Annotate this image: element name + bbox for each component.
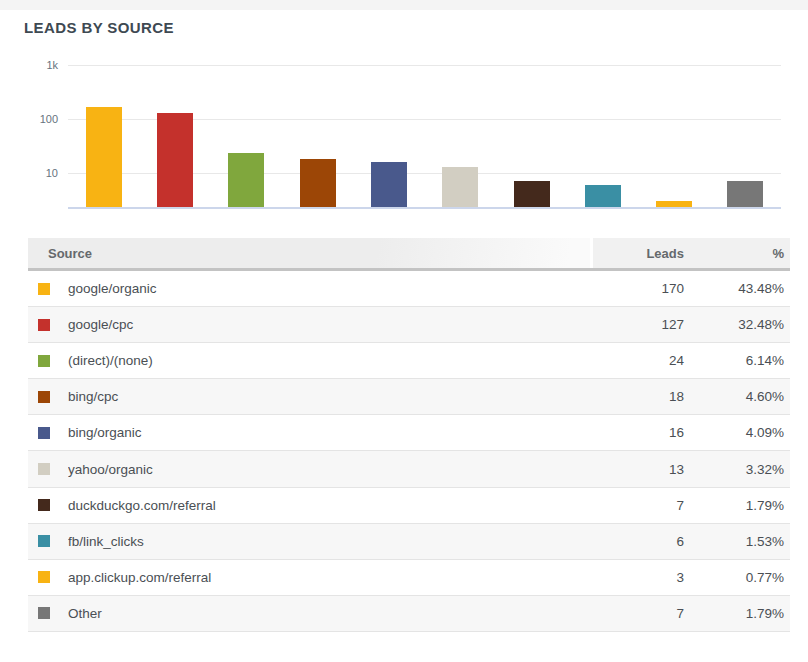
bar-yahoo-organic[interactable] bbox=[442, 167, 478, 207]
cell-percent: 1.79% bbox=[684, 606, 784, 621]
cell-source: bing/cpc bbox=[68, 389, 594, 404]
y-axis-label-1k: 1k bbox=[0, 59, 58, 71]
bar-google-organic[interactable] bbox=[86, 107, 122, 207]
cell-leads: 13 bbox=[594, 462, 684, 477]
cell-source: google/cpc bbox=[68, 317, 594, 332]
column-header-percent: % bbox=[684, 246, 784, 261]
gridline-1k bbox=[68, 65, 781, 66]
y-axis-label-10: 10 bbox=[0, 167, 58, 179]
table-row-bing-organic: bing/organic164.09% bbox=[28, 415, 790, 451]
leads-by-source-table: Source Leads % google/organic17043.48%go… bbox=[28, 238, 790, 632]
x-axis-line bbox=[68, 207, 781, 209]
legend-swatch-google-organic bbox=[38, 283, 50, 295]
bar-bing-organic[interactable] bbox=[371, 162, 407, 207]
legend-swatch-fb-link-clicks bbox=[38, 535, 50, 547]
leads-by-source-chart: 1k10010 bbox=[0, 0, 808, 225]
cell-leads: 18 bbox=[594, 389, 684, 404]
y-axis-label-100: 100 bbox=[0, 113, 58, 125]
cell-leads: 6 bbox=[594, 534, 684, 549]
legend-swatch-direct-none bbox=[38, 355, 50, 367]
cell-percent: 0.77% bbox=[684, 570, 784, 585]
cell-percent: 43.48% bbox=[684, 281, 784, 296]
column-header-source: Source bbox=[28, 238, 590, 268]
table-row-other: Other71.79% bbox=[28, 596, 790, 632]
legend-swatch-bing-cpc bbox=[38, 391, 50, 403]
cell-leads: 127 bbox=[594, 317, 684, 332]
table-header-row: Source Leads % bbox=[28, 238, 790, 271]
bar-duckduckgo-com-referral[interactable] bbox=[514, 181, 550, 207]
table-row-fb-link-clicks: fb/link_clicks61.53% bbox=[28, 524, 790, 560]
legend-swatch-yahoo-organic bbox=[38, 463, 50, 475]
cell-percent: 4.09% bbox=[684, 425, 784, 440]
table-row-direct-none: (direct)/(none)246.14% bbox=[28, 343, 790, 379]
cell-leads: 7 bbox=[594, 606, 684, 621]
table-body: google/organic17043.48%google/cpc12732.4… bbox=[28, 271, 790, 632]
bar-direct-none[interactable] bbox=[228, 153, 264, 208]
cell-source: fb/link_clicks bbox=[68, 534, 594, 549]
cell-leads: 7 bbox=[594, 498, 684, 513]
bar-other[interactable] bbox=[727, 181, 763, 207]
cell-leads: 170 bbox=[594, 281, 684, 296]
cell-source: duckduckgo.com/referral bbox=[68, 498, 594, 513]
bar-bing-cpc[interactable] bbox=[300, 159, 336, 207]
table-row-google-cpc: google/cpc12732.48% bbox=[28, 307, 790, 343]
cell-percent: 6.14% bbox=[684, 353, 784, 368]
legend-swatch-google-cpc bbox=[38, 319, 50, 331]
column-header-metrics: Leads % bbox=[593, 238, 790, 268]
cell-leads: 24 bbox=[594, 353, 684, 368]
table-row-google-organic: google/organic17043.48% bbox=[28, 271, 790, 307]
cell-leads: 3 bbox=[594, 570, 684, 585]
bar-app-clickup-com-referral[interactable] bbox=[656, 201, 692, 207]
cell-source: google/organic bbox=[68, 281, 594, 296]
cell-percent: 1.53% bbox=[684, 534, 784, 549]
column-header-leads: Leads bbox=[593, 246, 684, 261]
table-row-yahoo-organic: yahoo/organic133.32% bbox=[28, 451, 790, 487]
cell-source: Other bbox=[68, 606, 594, 621]
legend-swatch-duckduckgo-com-referral bbox=[38, 499, 50, 511]
cell-source: (direct)/(none) bbox=[68, 353, 594, 368]
cell-leads: 16 bbox=[594, 425, 684, 440]
bar-google-cpc[interactable] bbox=[157, 113, 193, 207]
cell-percent: 3.32% bbox=[684, 462, 784, 477]
cell-source: yahoo/organic bbox=[68, 462, 594, 477]
legend-swatch-other bbox=[38, 607, 50, 619]
table-row-duckduckgo-com-referral: duckduckgo.com/referral71.79% bbox=[28, 488, 790, 524]
legend-swatch-bing-organic bbox=[38, 427, 50, 439]
cell-source: bing/organic bbox=[68, 425, 594, 440]
legend-swatch-app-clickup-com-referral bbox=[38, 571, 50, 583]
cell-percent: 32.48% bbox=[684, 317, 784, 332]
bar-fb-link-clicks[interactable] bbox=[585, 185, 621, 207]
table-row-bing-cpc: bing/cpc184.60% bbox=[28, 379, 790, 415]
cell-source: app.clickup.com/referral bbox=[68, 570, 594, 585]
cell-percent: 4.60% bbox=[684, 389, 784, 404]
cell-percent: 1.79% bbox=[684, 498, 784, 513]
table-row-app-clickup-com-referral: app.clickup.com/referral30.77% bbox=[28, 560, 790, 596]
